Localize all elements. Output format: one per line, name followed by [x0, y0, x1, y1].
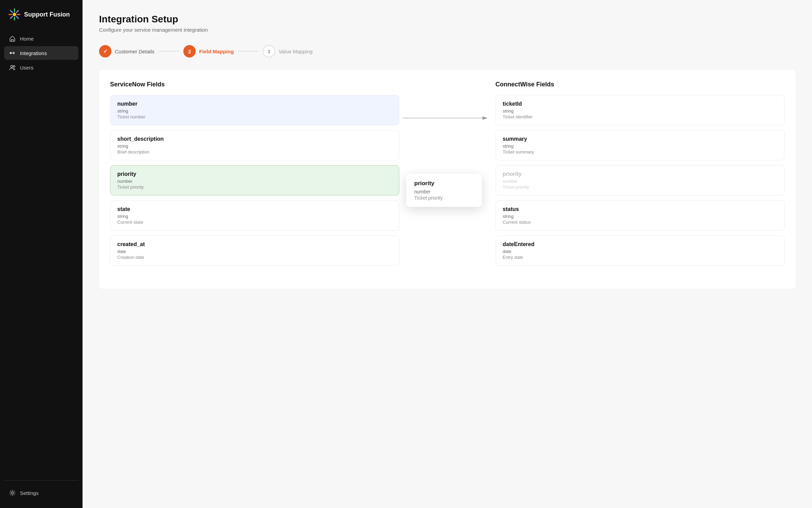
field-desc-created-at: Creation date: [117, 255, 392, 260]
cw-field-desc-summary: Ticket summary: [503, 149, 778, 155]
sidebar-item-home-label: Home: [20, 36, 34, 42]
step-field-mapping[interactable]: 2 Field Mapping: [183, 45, 234, 57]
tooltip-field-name: priority: [414, 180, 474, 187]
field-name-number: number: [117, 101, 392, 107]
connectwise-field-ticketid[interactable]: ticketId string Ticket identifier: [496, 95, 785, 125]
sidebar-item-users-label: Users: [20, 65, 33, 71]
step-label-customer-details: Customer Details: [115, 49, 154, 54]
svg-point-0: [13, 13, 16, 16]
step-circle-3: 3: [263, 45, 275, 57]
servicenow-panel-title: ServiceNow Fields: [110, 81, 399, 88]
sidebar-divider: [4, 480, 78, 480]
cw-field-type-priority: number: [503, 179, 778, 184]
stepper: ✓ Customer Details 2 Field Mapping 3 Val…: [99, 45, 795, 57]
field-type-state: string: [117, 214, 392, 219]
cw-field-name-dateentered: dateEntered: [503, 241, 778, 247]
step-value-mapping[interactable]: 3 Value Mapping: [263, 45, 313, 57]
page-subtitle: Configure your service management integr…: [99, 27, 795, 33]
connectwise-panel-title: ConnectWise Fields: [496, 81, 785, 88]
home-icon: [9, 35, 16, 42]
mapping-container: ServiceNow Fields number string Ticket n…: [99, 70, 795, 289]
sidebar-navigation: Home Integrations Users: [0, 32, 83, 475]
sidebar-item-settings[interactable]: Settings: [4, 486, 78, 500]
cw-field-type-summary: string: [503, 144, 778, 149]
field-desc-short-desc: Brief description: [117, 149, 392, 155]
connectwise-panel: ConnectWise Fields ticketId string Ticke…: [496, 81, 785, 278]
priority-tooltip: priority number Ticket priority: [406, 174, 482, 207]
step-circle-2: 2: [183, 45, 196, 57]
field-name-priority: priority: [117, 171, 392, 177]
app-logo-icon: [8, 8, 21, 21]
svg-point-12: [11, 492, 13, 494]
cw-field-desc-priority: Ticket priority: [503, 184, 778, 190]
step-label-value-mapping: Value Mapping: [279, 49, 313, 54]
app-name: Support Fusion: [24, 11, 70, 18]
cw-field-name-priority: priority: [503, 171, 778, 177]
field-type-created-at: date: [117, 249, 392, 254]
cw-field-desc-dateentered: Entry date: [503, 255, 778, 260]
servicenow-field-created-at[interactable]: created_at date Creation date: [110, 235, 399, 266]
field-type-priority: number: [117, 179, 392, 184]
cw-field-desc-status: Current status: [503, 220, 778, 225]
svg-point-11: [13, 66, 15, 67]
cw-field-type-ticketid: string: [503, 108, 778, 114]
sidebar-logo: Support Fusion: [0, 8, 83, 32]
users-icon: [9, 64, 16, 71]
connectwise-field-priority[interactable]: priority number Ticket priority: [496, 165, 785, 195]
cw-field-type-dateentered: date: [503, 249, 778, 254]
cw-field-name-summary: summary: [503, 136, 778, 142]
svg-point-10: [11, 65, 13, 67]
svg-line-5: [11, 11, 13, 13]
sidebar-item-integrations-label: Integrations: [20, 50, 47, 56]
step-connector-2: [238, 51, 259, 52]
field-desc-priority: Ticket priority: [117, 184, 392, 190]
sidebar-item-integrations[interactable]: Integrations: [4, 46, 78, 60]
sidebar-item-settings-label: Settings: [20, 490, 39, 496]
svg-line-6: [17, 17, 19, 19]
cw-field-name-status: status: [503, 206, 778, 212]
field-name-state: state: [117, 206, 392, 212]
tooltip-field-desc: Ticket priority: [414, 195, 474, 201]
connectwise-field-status[interactable]: status string Current status: [496, 200, 785, 231]
sidebar-bottom: Settings: [0, 486, 83, 500]
cw-field-type-status: string: [503, 214, 778, 219]
svg-line-7: [17, 11, 19, 13]
field-desc-number: Ticket number: [117, 114, 392, 119]
field-desc-state: Current state: [117, 220, 392, 225]
connector-area: priority number Ticket priority: [399, 81, 496, 278]
page-title: Integration Setup: [99, 14, 795, 25]
field-type-short-desc: string: [117, 144, 392, 149]
sidebar-item-users[interactable]: Users: [4, 61, 78, 74]
svg-line-8: [11, 17, 13, 19]
step-customer-details[interactable]: ✓ Customer Details: [99, 45, 154, 57]
cw-field-name-ticketid: ticketId: [503, 101, 778, 107]
tooltip-field-type: number: [414, 189, 474, 194]
settings-icon: [9, 489, 16, 496]
integrations-icon: [9, 50, 16, 56]
sidebar: Support Fusion Home Integrations Users: [0, 0, 83, 508]
main-content: Integration Setup Configure your service…: [83, 0, 812, 508]
sidebar-item-home[interactable]: Home: [4, 32, 78, 45]
field-name-short-desc: short_description: [117, 136, 392, 142]
servicenow-field-number[interactable]: number string Ticket number: [110, 95, 399, 125]
cw-field-desc-ticketid: Ticket identifier: [503, 114, 778, 119]
servicenow-panel: ServiceNow Fields number string Ticket n…: [110, 81, 399, 278]
step-circle-1: ✓: [99, 45, 111, 57]
step-label-field-mapping: Field Mapping: [199, 49, 234, 54]
connectwise-field-summary[interactable]: summary string Ticket summary: [496, 130, 785, 160]
step-connector-1: [159, 51, 179, 52]
connectwise-field-dateentered[interactable]: dateEntered date Entry date: [496, 235, 785, 266]
servicenow-field-state[interactable]: state string Current state: [110, 200, 399, 231]
field-type-number: string: [117, 108, 392, 114]
servicenow-field-priority[interactable]: priority number Ticket priority: [110, 165, 399, 195]
field-name-created-at: created_at: [117, 241, 392, 247]
servicenow-field-short-description[interactable]: short_description string Brief descripti…: [110, 130, 399, 160]
